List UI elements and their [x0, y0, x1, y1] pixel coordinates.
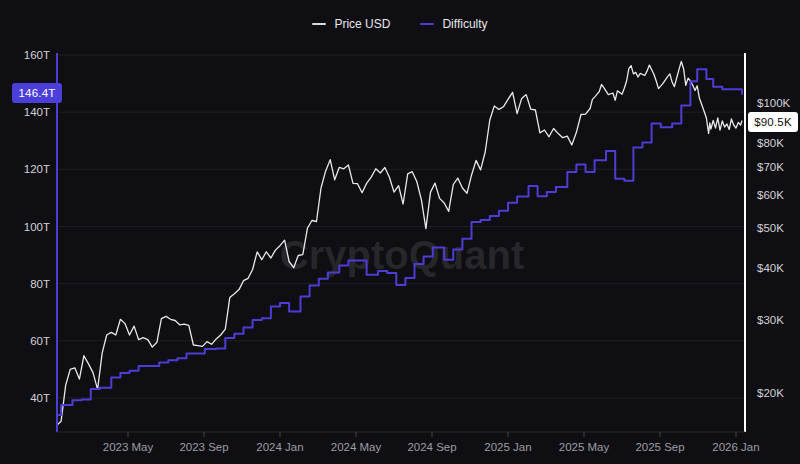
price-tick-label: $60K	[757, 189, 784, 201]
price-tick-label: $20K	[757, 387, 784, 399]
price-tick-label: $30K	[757, 314, 784, 326]
gridlines	[57, 55, 745, 398]
difficulty-tick-label: 140T	[24, 106, 50, 118]
price-tick-label: $50K	[757, 222, 784, 234]
x-tick-label: 2024 Jan	[256, 441, 303, 453]
difficulty-tick-label: 80T	[30, 278, 50, 290]
price-current-value-badge: $90.5K	[748, 112, 798, 132]
difficulty-current-value-badge: 146.4T	[12, 83, 62, 103]
x-tick-label: 2023 Sep	[179, 441, 228, 453]
x-tick-label: 2024 May	[331, 441, 382, 453]
cryptoquant-watermark: CryptoQuant	[280, 233, 524, 277]
x-tick-label: 2026 Jan	[712, 441, 759, 453]
x-tick-label: 2025 Jan	[484, 441, 531, 453]
crypto-chart-panel: Price USD Difficulty CryptoQuant 2023 Ma…	[0, 0, 800, 464]
x-tick-label: 2025 Sep	[635, 441, 684, 453]
difficulty-tick-label: 120T	[24, 163, 50, 175]
difficulty-tick-label: 100T	[24, 221, 50, 233]
x-tick-label: 2025 May	[559, 441, 610, 453]
difficulty-tick-label: 40T	[30, 392, 50, 404]
price-tick-label: $100K	[757, 97, 791, 109]
price-tick-label: $70K	[757, 161, 784, 173]
difficulty-tick-label: 160T	[24, 49, 50, 61]
price-tick-label: $40K	[757, 262, 784, 274]
x-tick-label: 2023 May	[103, 441, 154, 453]
x-tick-label: 2024 Sep	[407, 441, 456, 453]
chart-canvas[interactable]: CryptoQuant 2023 May2023 Sep2024 Jan2024…	[0, 0, 800, 464]
difficulty-tick-label: 60T	[30, 335, 50, 347]
price-tick-label: $80K	[757, 137, 784, 149]
